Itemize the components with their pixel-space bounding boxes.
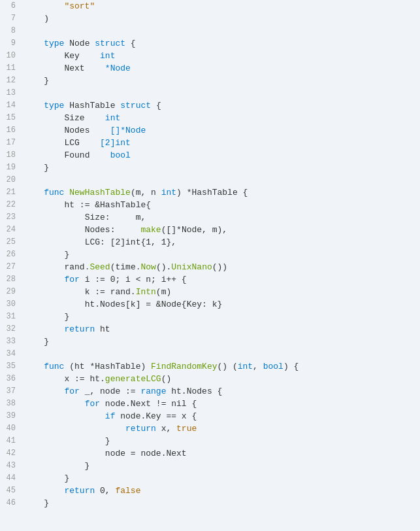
line-number: 32 bbox=[0, 323, 24, 335]
line-number: 29 bbox=[0, 286, 24, 298]
line-number: 17 bbox=[0, 137, 24, 149]
line-content: type Node struct { bbox=[24, 37, 420, 50]
token-fn: make bbox=[140, 225, 161, 235]
code-line: 25 LCG: [2]int{1, 1}, bbox=[0, 236, 420, 248]
token-kw: type bbox=[44, 101, 64, 111]
line-number: 46 bbox=[0, 497, 24, 509]
token-id: node.Key == x { bbox=[115, 411, 197, 421]
token-kw: for bbox=[85, 399, 100, 409]
token-id: node = node. bbox=[105, 449, 167, 458]
token-ty: int bbox=[238, 362, 253, 371]
token-ty: bool bbox=[263, 362, 283, 371]
line-content: func (ht *HashTable) FindRandomKey() (in… bbox=[24, 360, 420, 373]
token-id: (ht *HashTable) bbox=[64, 362, 151, 371]
code-line: 39 if node.Key == x { bbox=[0, 410, 420, 422]
code-line: 8 bbox=[0, 25, 420, 37]
token-kw: range bbox=[140, 386, 166, 396]
line-number: 26 bbox=[0, 248, 24, 261]
token-id: ()) bbox=[212, 262, 227, 272]
token-id: } bbox=[24, 312, 69, 322]
code-line: 12 } bbox=[0, 75, 420, 87]
token-id: LCG: [2]int{1, 1}, bbox=[85, 237, 176, 247]
token-id: rand bbox=[64, 262, 84, 272]
line-content: LCG [2]int bbox=[24, 137, 420, 149]
token-plain bbox=[24, 486, 64, 496]
token-id: } bbox=[24, 461, 89, 471]
line-content: Size: m, bbox=[24, 211, 420, 224]
line-content: k := rand.Intn(m) bbox=[24, 286, 420, 298]
code-line: 7 ) bbox=[0, 12, 420, 25]
token-ty: [2]int bbox=[100, 138, 131, 148]
token-plain bbox=[24, 39, 44, 48]
code-line: 9 type Node struct { bbox=[0, 37, 420, 50]
code-line: 29 k := rand.Intn(m) bbox=[0, 286, 420, 298]
token-plain bbox=[24, 324, 64, 334]
code-line: 10 Key int bbox=[0, 50, 420, 62]
token-id: != nil { bbox=[151, 399, 197, 409]
token-plain bbox=[24, 424, 125, 434]
token-id: () bbox=[161, 374, 172, 384]
token-id: m, bbox=[110, 213, 146, 222]
code-line: 36 x := ht.generateLCG() bbox=[0, 373, 420, 385]
token-meth: Now bbox=[141, 262, 156, 272]
line-content: } bbox=[24, 335, 420, 348]
token-op: . bbox=[136, 262, 141, 272]
line-number: 22 bbox=[0, 199, 24, 211]
line-content: for _, node := range ht.Nodes { bbox=[24, 385, 420, 398]
token-plain bbox=[115, 225, 140, 235]
token-kw: for bbox=[64, 275, 79, 284]
line-content: ht.Nodes[k] = &Node{Key: k} bbox=[24, 298, 420, 311]
token-plain bbox=[24, 287, 85, 297]
line-number: 18 bbox=[0, 149, 24, 162]
line-content: if node.Key == x { bbox=[24, 410, 420, 422]
token-bool: true bbox=[176, 424, 197, 434]
token-id: node. bbox=[100, 399, 131, 409]
token-plain bbox=[24, 411, 105, 421]
line-content: return 0, false bbox=[24, 485, 420, 497]
token-fn: FindRandomKey bbox=[151, 362, 217, 371]
line-number: 10 bbox=[0, 50, 24, 62]
code-line: 35 func (ht *HashTable) FindRandomKey() … bbox=[0, 360, 420, 373]
token-plain bbox=[24, 362, 44, 371]
code-line: 23 Size: m, bbox=[0, 211, 420, 224]
code-line: 16 Nodes []*Node bbox=[0, 124, 420, 137]
code-line: 11 Next *Node bbox=[0, 62, 420, 75]
line-number: 39 bbox=[0, 410, 24, 422]
token-id: ) *HashTable { bbox=[176, 188, 248, 197]
line-number: 36 bbox=[0, 373, 24, 385]
code-line: 15 Size int bbox=[0, 112, 420, 124]
token-id: (). bbox=[156, 262, 171, 272]
token-id: ) bbox=[24, 14, 49, 24]
token-plain bbox=[24, 237, 85, 247]
line-number: 41 bbox=[0, 435, 24, 447]
token-meth: UnixNano bbox=[171, 262, 212, 272]
code-line: 43 } bbox=[0, 460, 420, 472]
token-field: LCG bbox=[64, 138, 79, 148]
line-content: return x, true bbox=[24, 422, 420, 435]
token-plain bbox=[80, 138, 100, 148]
code-line: 44 } bbox=[0, 472, 420, 485]
line-content bbox=[24, 25, 420, 37]
line-number: 25 bbox=[0, 236, 24, 248]
line-content: for node.Next != nil { bbox=[24, 398, 420, 410]
token-ty: *Node bbox=[105, 63, 131, 73]
line-number: 23 bbox=[0, 211, 24, 224]
token-ty: int bbox=[100, 51, 115, 61]
token-field: Key bbox=[64, 51, 79, 61]
token-id: (m) bbox=[156, 287, 171, 297]
line-number: 19 bbox=[0, 162, 24, 174]
token-plain bbox=[89, 150, 110, 160]
line-number: 43 bbox=[0, 460, 24, 472]
token-plain bbox=[24, 399, 85, 409]
token-plain bbox=[24, 51, 64, 61]
token-plain bbox=[85, 63, 105, 73]
token-id: x := ht. bbox=[64, 374, 105, 384]
token-id: 0, bbox=[95, 486, 115, 496]
token-id: HashTable bbox=[64, 101, 120, 111]
token-field: Next bbox=[166, 449, 186, 458]
line-content: type HashTable struct { bbox=[24, 99, 420, 112]
line-number: 40 bbox=[0, 422, 24, 435]
line-content: Found bool bbox=[24, 149, 420, 162]
line-content: } bbox=[24, 75, 420, 87]
token-id: { bbox=[125, 39, 136, 48]
